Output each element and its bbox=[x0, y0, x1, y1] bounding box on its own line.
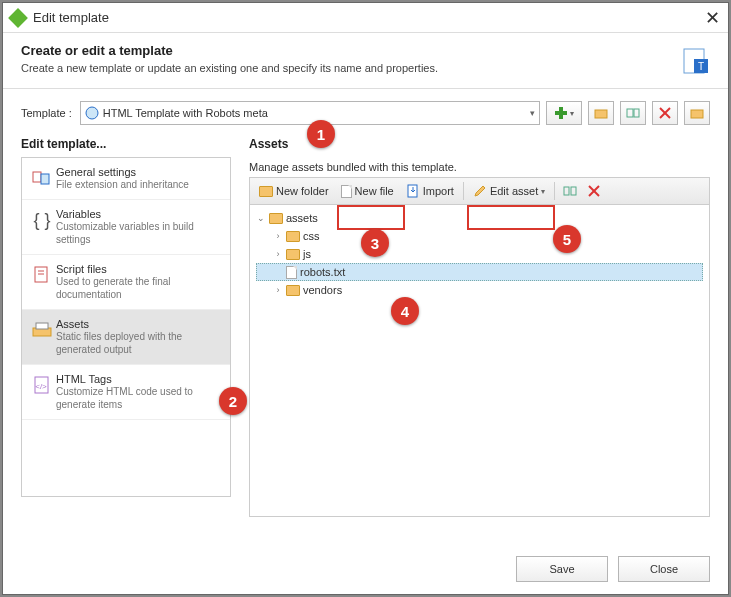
svg-rect-22 bbox=[564, 187, 569, 195]
header-title: Create or edit a template bbox=[21, 43, 710, 58]
delete-icon bbox=[587, 184, 601, 198]
svg-rect-11 bbox=[691, 110, 703, 118]
rename-icon bbox=[563, 184, 577, 198]
folder-icon bbox=[286, 249, 300, 260]
template-icon: T bbox=[682, 47, 710, 75]
separator bbox=[554, 182, 555, 200]
separator bbox=[463, 182, 464, 200]
template-selected: HTML Template with Robots meta bbox=[103, 107, 530, 119]
sidebar: Edit template... General settingsFile ex… bbox=[3, 137, 241, 517]
main-title: Assets bbox=[249, 137, 710, 151]
svg-rect-18 bbox=[36, 323, 48, 329]
svg-text:T: T bbox=[698, 61, 704, 72]
import-icon bbox=[406, 184, 420, 198]
pencil-icon bbox=[473, 184, 487, 198]
chevron-down-icon: ▾ bbox=[530, 108, 535, 118]
expand-icon[interactable]: › bbox=[273, 231, 283, 241]
script-icon bbox=[32, 265, 52, 285]
save-button[interactable]: Save bbox=[516, 556, 608, 582]
svg-rect-12 bbox=[33, 172, 41, 182]
tree-folder-css[interactable]: › css bbox=[256, 227, 703, 245]
main-instruction: Manage assets bundled with this template… bbox=[249, 161, 710, 173]
add-template-button[interactable]: ▾ bbox=[546, 101, 582, 125]
expand-icon[interactable]: ⌄ bbox=[256, 213, 266, 223]
svg-rect-7 bbox=[627, 109, 633, 117]
window-title: Edit template bbox=[33, 10, 705, 25]
sidebar-item-html[interactable]: </> HTML TagsCustomize HTML code used to… bbox=[22, 365, 230, 420]
tree-folder-vendors[interactable]: › vendors bbox=[256, 281, 703, 299]
titlebar: Edit template ✕ bbox=[3, 3, 728, 33]
braces-icon: { } bbox=[33, 210, 50, 231]
browse-button[interactable] bbox=[684, 101, 710, 125]
folder-icon bbox=[286, 285, 300, 296]
delete-asset-button[interactable] bbox=[583, 180, 605, 202]
folder-icon bbox=[269, 213, 283, 224]
footer: Save Close bbox=[516, 556, 710, 582]
file-icon bbox=[341, 185, 352, 198]
folder-icon bbox=[286, 231, 300, 242]
sidebar-title: Edit template... bbox=[21, 137, 231, 151]
sidebar-item-general[interactable]: General settingsFile extension and inher… bbox=[22, 158, 230, 200]
folder-open-icon bbox=[690, 106, 704, 120]
sidebar-list: General settingsFile extension and inher… bbox=[21, 157, 231, 497]
assets-tree[interactable]: ⌄ assets › css › js bbox=[249, 205, 710, 517]
template-row: Template : HTML Template with Robots met… bbox=[3, 89, 728, 137]
svg-rect-5 bbox=[555, 111, 567, 115]
assets-toolbar: New folder New file Import Edit asset ▾ bbox=[249, 177, 710, 205]
tree-file-robots[interactable]: robots.txt bbox=[256, 263, 703, 281]
close-icon[interactable]: ✕ bbox=[705, 7, 720, 29]
settings-icon bbox=[31, 168, 53, 190]
plus-icon bbox=[554, 106, 568, 120]
rename-asset-button[interactable] bbox=[559, 180, 581, 202]
html-icon: </> bbox=[32, 375, 52, 395]
delete-icon bbox=[658, 106, 672, 120]
new-folder-button[interactable]: New folder bbox=[254, 180, 334, 202]
sidebar-item-scripts[interactable]: Script filesUsed to generate the final d… bbox=[22, 255, 230, 310]
sidebar-item-variables[interactable]: { } VariablesCustomizable variables in b… bbox=[22, 200, 230, 255]
tree-folder-js[interactable]: › js bbox=[256, 245, 703, 263]
svg-rect-23 bbox=[571, 187, 576, 195]
rename-button[interactable] bbox=[620, 101, 646, 125]
globe-icon bbox=[85, 106, 99, 120]
delete-button[interactable] bbox=[652, 101, 678, 125]
header: Create or edit a template Create a new t… bbox=[3, 33, 728, 89]
folder-icon bbox=[594, 106, 608, 120]
expand-icon[interactable]: › bbox=[273, 249, 283, 259]
new-file-button[interactable]: New file bbox=[336, 180, 399, 202]
svg-text:</>: </> bbox=[35, 382, 47, 391]
close-button[interactable]: Close bbox=[618, 556, 710, 582]
svg-rect-13 bbox=[41, 174, 49, 184]
template-select[interactable]: HTML Template with Robots meta ▾ bbox=[80, 101, 540, 125]
sidebar-item-assets[interactable]: AssetsStatic files deployed with the gen… bbox=[22, 310, 230, 365]
open-button[interactable] bbox=[588, 101, 614, 125]
edit-asset-button[interactable]: Edit asset ▾ bbox=[468, 180, 550, 202]
folder-icon bbox=[259, 186, 273, 197]
svg-rect-6 bbox=[595, 110, 607, 118]
import-button[interactable]: Import bbox=[401, 180, 459, 202]
tree-root[interactable]: ⌄ assets bbox=[256, 209, 703, 227]
expand-icon[interactable]: › bbox=[273, 285, 283, 295]
header-subtitle: Create a new template or update an exist… bbox=[21, 62, 710, 74]
file-icon bbox=[286, 266, 297, 279]
assets-icon bbox=[31, 320, 53, 340]
template-label: Template : bbox=[21, 107, 72, 119]
main-panel: Assets Manage assets bundled with this t… bbox=[241, 137, 728, 517]
app-icon bbox=[8, 8, 28, 28]
svg-rect-8 bbox=[634, 109, 639, 117]
rename-icon bbox=[626, 106, 640, 120]
svg-point-3 bbox=[86, 107, 98, 119]
